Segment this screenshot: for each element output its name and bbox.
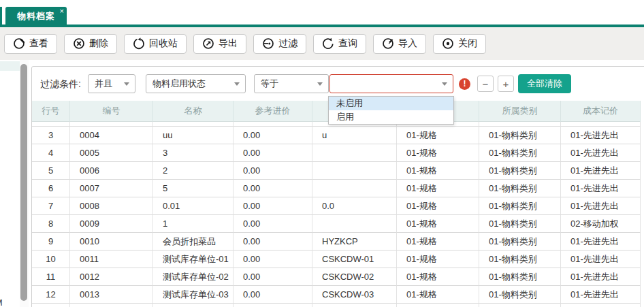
view-icon [13,37,25,50]
table-row[interactable]: 8000910.0001-规格01-物料类别02-移动加权 [32,215,641,233]
table-cell: 0006 [70,162,153,180]
table-cell: 测试库存单位-03 [153,286,234,304]
remove-condition-button[interactable]: − [477,76,494,92]
table-cell: 01-物料类别 [479,122,561,127]
chevron-down-icon [442,82,447,86]
table-cell: 01-物料类别 [479,251,561,268]
table-header-cell[interactable]: 行号 [32,101,70,122]
view-button[interactable]: 查看 [4,34,57,54]
table-cell: 01-规格 [397,233,479,251]
tab-close-icon[interactable]: × [60,7,64,15]
filter-field-value: 物料启用状态 [152,78,206,90]
table-cell: 2 [32,122,70,127]
table-cell: 0.00 [234,122,312,127]
table-cell: 0.0 [312,197,397,215]
table-row[interactable]: 700080.010.000.001-规格01-物料类别01-先进先出 [32,197,641,215]
delete-button[interactable]: 删除 [64,34,117,54]
table-cell: 7 [32,197,70,215]
export-button-label: 导出 [219,37,238,50]
tab-title: 物料档案 [17,10,55,22]
export-button[interactable]: 导出 [193,34,246,54]
dropdown-option-not-enabled[interactable]: 未启用 [329,97,453,110]
close-button[interactable]: 关闭 [433,34,486,54]
table-row[interactable]: 120013测试库存单位-030.00CSKCDW-0301-规格01-物料类别… [32,286,641,304]
table-header-cell[interactable]: 所属类别 [479,101,561,122]
dropdown-option-enabled[interactable]: 启用 [329,110,453,124]
table-cell [312,180,397,197]
table-cell: 6 [32,180,70,197]
view-button-label: 查看 [29,37,48,50]
table-cell: 0014 [70,304,153,307]
table-row[interactable]: 90010会员折扣菜品0.00HYZKCP01-规格01-物料类别01-先进先出 [32,233,641,251]
table-cell: 0.00 [234,162,312,180]
table-cell: 01-规格 [397,304,479,307]
table-cell: 0012 [70,268,153,286]
table-cell [312,144,397,162]
table-cell: 01-先进先出 [561,233,641,251]
filter-logic-value: 并且 [95,78,112,90]
table-row[interactable]: 100011测试库存单位-010.00CSKCDW-0101-规格01-物料类别… [32,251,641,268]
table-cell: u [312,127,397,144]
query-button[interactable]: 查询 [313,34,366,54]
import-button-label: 导入 [398,37,417,50]
table-cell: HYZKCP [312,233,397,251]
filter-button-label: 过滤 [278,37,297,50]
table-cell: 测试库存单位-02 [153,268,234,286]
query-icon [322,37,334,50]
table-cell: 0003 [70,122,153,127]
table-cell: 01-物料类别 [479,180,561,197]
table-cell: 0007 [70,180,153,197]
table-cell: CSKCDW-01 [312,251,397,268]
table-cell: 4 [32,144,70,162]
table-cell: 测试库存单位-04 [153,304,234,307]
add-condition-button[interactable]: + [498,76,514,92]
left-scrollbar-thumb[interactable] [20,64,27,301]
table-row[interactable]: 130014测试库存单位-040.00CSKCDW-0401-规格01-物料类别… [32,304,641,307]
import-button[interactable]: 导入 [373,34,426,54]
left-nav-item-fragment[interactable]: BOM [0,297,19,307]
table-row[interactable]: 30004uu0.00u01-规格01-物料类别01-先进先出 [32,127,641,144]
table-cell: 9 [32,233,70,251]
table-cell: 01-先进先出 [561,122,641,127]
delete-icon [73,37,85,50]
left-nav-item-fragment[interactable]: 类别 [0,163,19,176]
table-row[interactable]: 6000750.0001-规格01-物料类别01-先进先出 [32,180,641,197]
filter-icon [262,37,274,50]
table-cell: 3 [153,144,234,162]
filter-value-select-error[interactable] [329,74,453,93]
clear-all-button[interactable]: 全部清除 [518,74,571,93]
tab-material-archive[interactable]: 物料档案 × [5,7,67,26]
table-row[interactable]: 5000620.0001-规格01-物料类别01-先进先出 [32,162,641,180]
table-cell: 0.00 [234,180,312,197]
table-row[interactable]: 4000530.0001-规格01-物料类别01-先进先出 [32,144,641,162]
table-cell: CSKCDW-04 [312,304,397,307]
table-cell: 01-规格 [397,268,479,286]
adjacent-tab-edge [0,7,2,26]
recycle-button-label: 回收站 [149,37,178,50]
close-button-label: 关闭 [458,37,477,50]
left-scrollbar-track[interactable] [20,60,29,307]
table-cell: 3 [32,127,70,144]
left-nav-item-fragment[interactable]: 类别 [0,180,19,192]
close-icon [442,37,454,50]
filter-button[interactable]: 过滤 [253,34,306,54]
filter-logic-select[interactable]: 并且 [88,74,135,93]
table-cell: 01-先进先出 [561,162,641,180]
filter-operator-select[interactable]: 等于 [254,74,329,93]
table-header-cell[interactable]: 成本记价 [561,101,641,122]
table-cell: 01-规格 [397,127,479,144]
table-cell: 01-物料类别 [479,197,561,215]
table-row[interactable]: 110012测试库存单位-020.00CSKCDW-0201-规格01-物料类别… [32,268,641,286]
table-header-cell[interactable]: 名称 [153,101,234,122]
table-header-cell[interactable]: 参考进价 [234,101,312,122]
recycle-bin-button[interactable]: 回收站 [124,34,187,54]
table-cell: uu [153,127,234,144]
validation-error-icon: ! [459,78,470,90]
table-cell [312,162,397,180]
table-cell: 12 [32,286,70,304]
filter-field-select[interactable]: 物料启用状态 [146,74,246,93]
table-header-cell[interactable]: 编号 [70,101,153,122]
table-cell: 0008 [70,197,153,215]
table-cell: 会员折扣菜品 [153,233,234,251]
table-cell: 01-先进先出 [561,180,641,197]
